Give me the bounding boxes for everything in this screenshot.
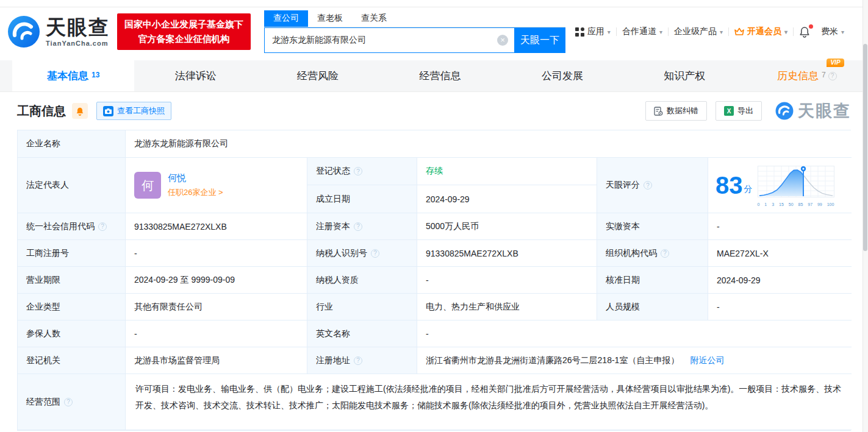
- nav-open-vip[interactable]: 开通会员 ▾: [729, 26, 793, 37]
- score-unit: 分: [744, 184, 753, 195]
- export-button[interactable]: X 导出: [716, 101, 762, 121]
- tab-history-info[interactable]: VIP 历史信息 7 ?: [746, 60, 868, 91]
- tab-dev-label: 公司发展: [542, 69, 583, 83]
- help-icon[interactable]: ?: [661, 249, 669, 258]
- tab-operating-risk[interactable]: 经营风险: [257, 60, 379, 91]
- help-icon[interactable]: ?: [64, 398, 73, 406]
- chevron-down-icon: ▾: [720, 29, 723, 35]
- industry-value: 电力、热力生产和供应业: [417, 294, 597, 320]
- score-axis-tick: 1: [764, 202, 767, 207]
- field-label: 企业名称: [18, 130, 126, 158]
- tab-intellectual-property[interactable]: 知识产权: [623, 60, 745, 91]
- tab-legal-proceedings[interactable]: 法律诉讼: [134, 60, 256, 91]
- username: 费米: [821, 26, 838, 37]
- search-tabs: 查公司 查老板 查关系: [264, 10, 565, 27]
- field-label: 登记状态?: [307, 158, 417, 185]
- nav-apps[interactable]: 应用 ▾: [570, 26, 616, 37]
- business-info-table: 企业名称 龙游东龙新能源有限公司 法定代表人 何 何悦 任职26家企业 > 登记…: [17, 130, 851, 431]
- company-type-value: 其他有限责任公司: [126, 294, 307, 320]
- business-scope-value: 许可项目：发电业务、输电业务、供（配）电业务；建设工程施工(依法须经批准的项目，…: [126, 374, 852, 430]
- score-axis-tick: 0: [758, 202, 760, 207]
- nav-user-account[interactable]: 费米 ▾: [816, 26, 850, 37]
- nav-enterprise-products[interactable]: 企业级产品 ▾: [669, 26, 728, 37]
- tab-risk-label: 经营风险: [297, 69, 339, 83]
- staff-size-value: -: [708, 294, 852, 320]
- field-label: 实缴资本: [597, 213, 708, 240]
- search-tab-relation[interactable]: 查关系: [352, 10, 396, 27]
- vip-badge: VIP: [827, 58, 844, 67]
- field-label: 法定代表人: [18, 158, 126, 213]
- est-date-value: 2024-09-29: [417, 185, 597, 213]
- tab-opinfo-label: 经营信息: [419, 69, 461, 83]
- help-icon[interactable]: ?: [371, 249, 379, 258]
- tab-basic-label: 基本信息: [47, 69, 88, 83]
- section-tools: 数据纠错 X 导出 天眼查: [645, 100, 851, 122]
- help-icon[interactable]: ?: [354, 167, 362, 175]
- field-label: 企业类型: [18, 294, 126, 320]
- tianyancha-swirl-icon: [7, 15, 40, 48]
- tianyancha-logo[interactable]: 天眼查 TianYanCha.com: [7, 15, 110, 48]
- chevron-down-icon: ▾: [659, 29, 662, 35]
- reg-status-value: 存续: [417, 158, 597, 185]
- legal-rep-name-link[interactable]: 何悦: [168, 172, 223, 184]
- tab-company-development[interactable]: 公司发展: [501, 60, 623, 91]
- field-label: 天眼评分?: [597, 158, 708, 213]
- field-label: 经营范围?: [18, 374, 126, 430]
- excel-icon: X: [724, 106, 734, 116]
- search-tab-boss[interactable]: 查老板: [308, 10, 352, 27]
- help-icon[interactable]: ?: [98, 222, 107, 231]
- tianyancha-watermark: 天眼查: [775, 100, 851, 122]
- reg-authority-value: 龙游县市场监督管理局: [126, 347, 307, 374]
- scrollbar-thumb[interactable]: [863, 44, 867, 251]
- nav-apps-label: 应用: [587, 26, 604, 37]
- nearby-companies-link[interactable]: 附近公司: [690, 355, 724, 366]
- search-button[interactable]: 天眼一下: [514, 27, 565, 53]
- data-correction-button[interactable]: 数据纠错: [645, 101, 707, 121]
- score-axis-tick: 3: [772, 202, 774, 207]
- gov-badge-line1: 国家中小企业发展子基金旗下: [124, 17, 243, 32]
- legal-rep-cell: 何 何悦 任职26家企业 >: [126, 158, 307, 213]
- search-input[interactable]: [265, 28, 497, 52]
- chevron-down-icon: ▾: [841, 29, 844, 35]
- score-axis-tick: 15: [779, 202, 784, 207]
- company-name-value: 龙游东龙新能源有限公司: [126, 130, 852, 158]
- tab-operating-info[interactable]: 经营信息: [379, 60, 501, 91]
- score-value: 83: [716, 173, 743, 197]
- score-axis-tick: 50: [789, 202, 794, 207]
- tab-legal-label: 法律诉讼: [175, 69, 217, 83]
- help-icon[interactable]: ?: [354, 222, 362, 231]
- tab-history-count: 7: [822, 71, 826, 79]
- top-nav: 应用 ▾ 合作通道 ▾ 企业级产品 ▾ 开通会员 ▾: [570, 26, 850, 38]
- legal-rep-companies-link[interactable]: 任职26家企业 >: [168, 187, 223, 198]
- org-code-value: MAE272XL-X: [708, 240, 852, 267]
- tab-basic-info[interactable]: 基本信息 13: [12, 60, 134, 91]
- help-icon[interactable]: ?: [354, 356, 362, 365]
- reg-capital-value: 5000万人民币: [417, 213, 597, 240]
- bell-icon: [799, 26, 810, 38]
- business-snapshot-button[interactable]: 查看工商快照: [96, 102, 171, 120]
- field-label: 组织机构代码?: [597, 240, 708, 267]
- monitor-bell-button[interactable]: [72, 103, 88, 119]
- reg-address-cell: 浙江省衢州市龙游县龙洲街道清廉路26号二层218-1室（自主申报） 附近公司: [417, 347, 852, 374]
- help-icon[interactable]: ?: [828, 72, 837, 80]
- avatar[interactable]: 何: [134, 172, 161, 199]
- score-axis-tick: 100: [827, 202, 834, 207]
- help-icon[interactable]: ?: [644, 181, 652, 189]
- clear-icon[interactable]: ×: [497, 35, 508, 46]
- scrollbar-track[interactable]: [863, 0, 868, 432]
- notifications-button[interactable]: [794, 26, 816, 38]
- section-title: 工商信息: [17, 103, 66, 119]
- field-label: 行业: [307, 294, 417, 320]
- nav-partner-channel[interactable]: 合作通道 ▾: [617, 26, 668, 37]
- tab-history-label: 历史信息: [777, 69, 819, 83]
- search-tab-company[interactable]: 查公司: [264, 10, 308, 27]
- apps-grid-icon: [575, 27, 584, 37]
- field-label: 参保人数: [18, 320, 126, 347]
- notification-dot: [809, 24, 813, 29]
- gov-badge-line2: 官方备案企业征信机构: [124, 32, 243, 46]
- gov-credential-badge: 国家中小企业发展子基金旗下 官方备案企业征信机构: [117, 13, 251, 50]
- score-axis-tick: 85: [798, 202, 803, 207]
- field-label: 统一社会信用代码?: [18, 213, 126, 240]
- snapshot-label: 查看工商快照: [117, 105, 165, 116]
- nav-enterprise-label: 企业级产品: [674, 26, 717, 37]
